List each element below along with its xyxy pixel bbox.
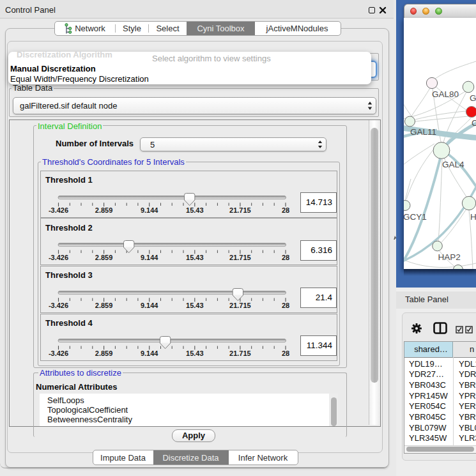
svg-text:2.859: 2.859 xyxy=(95,301,113,309)
svg-text:H: H xyxy=(470,212,476,222)
svg-text:28: 28 xyxy=(282,254,289,261)
svg-text:2.859: 2.859 xyxy=(95,206,113,213)
svg-text:9.144: 9.144 xyxy=(141,349,158,357)
svg-text:-3.426: -3.426 xyxy=(49,301,68,309)
svg-text:GAL80: GAL80 xyxy=(432,89,459,99)
svg-text:C: C xyxy=(472,118,476,128)
svg-text:21.715: 21.715 xyxy=(229,349,251,357)
svg-text:GAL4: GAL4 xyxy=(442,160,464,169)
svg-text:21.715: 21.715 xyxy=(229,301,251,309)
svg-text:21.715: 21.715 xyxy=(229,254,251,261)
svg-text:28: 28 xyxy=(282,301,289,309)
svg-text:15.43: 15.43 xyxy=(186,301,204,309)
svg-text:GAL11: GAL11 xyxy=(410,127,436,137)
svg-text:2.859: 2.859 xyxy=(95,254,113,261)
svg-text:-3.426: -3.426 xyxy=(49,349,68,357)
svg-text:G.: G. xyxy=(470,93,476,103)
svg-text:9.144: 9.144 xyxy=(141,301,158,309)
svg-text:9.144: 9.144 xyxy=(141,254,158,261)
svg-text:28: 28 xyxy=(282,206,289,213)
svg-text:9.144: 9.144 xyxy=(141,206,158,213)
svg-text:15.43: 15.43 xyxy=(186,349,204,357)
svg-text:GCY1: GCY1 xyxy=(404,212,427,222)
svg-text:28: 28 xyxy=(282,349,289,357)
svg-text:-3.426: -3.426 xyxy=(49,254,68,261)
svg-text:15.43: 15.43 xyxy=(186,254,204,261)
svg-text:HAP2: HAP2 xyxy=(438,252,461,262)
svg-text:15.43: 15.43 xyxy=(186,206,204,213)
svg-text:-3.426: -3.426 xyxy=(49,206,68,213)
svg-text:21.715: 21.715 xyxy=(229,206,251,213)
svg-text:2.859: 2.859 xyxy=(95,349,113,357)
